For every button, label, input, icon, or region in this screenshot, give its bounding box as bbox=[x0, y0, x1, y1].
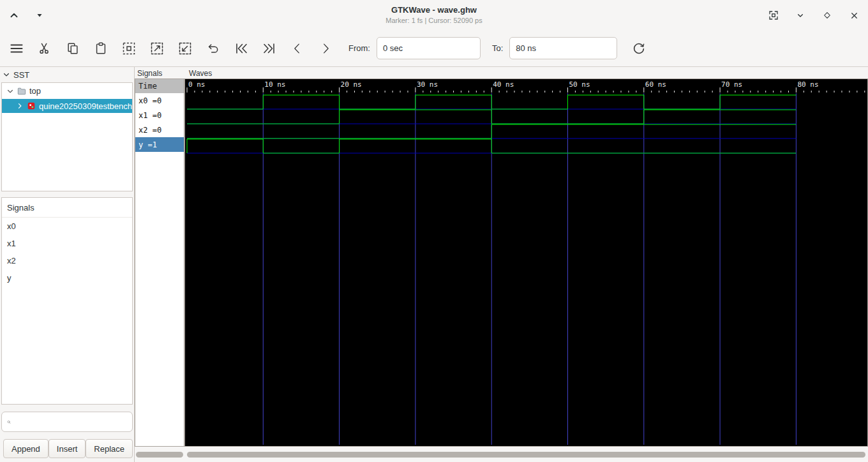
svg-text:30 ns: 30 ns bbox=[417, 80, 438, 89]
sst-header-label: SST bbox=[13, 70, 29, 80]
zoom-fit-icon bbox=[121, 41, 137, 56]
waves-scrollbar[interactable] bbox=[184, 447, 868, 462]
append-button[interactable]: Append bbox=[3, 439, 49, 458]
shift-left-button[interactable] bbox=[286, 37, 309, 60]
reload-icon bbox=[631, 41, 647, 56]
from-label: From: bbox=[348, 43, 370, 53]
cut-icon bbox=[38, 41, 52, 56]
goto-end-icon bbox=[262, 41, 277, 56]
main-area: SST top quine20250309testbench Signals x… bbox=[0, 67, 868, 462]
signals-pane-label: Signals bbox=[135, 67, 184, 78]
close-button[interactable] bbox=[846, 8, 862, 23]
signal-list-item[interactable]: x1 bbox=[2, 235, 132, 252]
to-label: To: bbox=[492, 43, 503, 53]
svg-text:0 ns: 0 ns bbox=[188, 80, 206, 89]
svg-text:80 ns: 80 ns bbox=[797, 80, 818, 89]
to-input[interactable] bbox=[509, 37, 617, 59]
trace-row-y[interactable]: y =1 bbox=[135, 137, 184, 152]
titlebar-dropdown-button[interactable] bbox=[32, 8, 47, 23]
fit-screen-icon bbox=[768, 10, 779, 21]
signal-list-item[interactable]: y bbox=[2, 269, 132, 287]
chevron-up-icon bbox=[8, 10, 20, 21]
waves-pane-label: Waves bbox=[184, 67, 868, 78]
folder-icon bbox=[17, 87, 26, 96]
search-input[interactable] bbox=[15, 417, 127, 427]
titlebar-left-controls bbox=[6, 8, 47, 23]
menu-button[interactable] bbox=[5, 37, 28, 60]
time-header: Time bbox=[135, 79, 184, 93]
triangle-down-icon bbox=[36, 11, 43, 19]
marker-cursor-status: Marker: 1 fs | Cursor: 52090 ps bbox=[385, 17, 482, 24]
tree-item-label: quine20250309testbench bbox=[39, 101, 132, 111]
sst-signals-panel: Signals x0 x1 x2 y bbox=[1, 197, 133, 405]
zoom-out-button[interactable] bbox=[174, 37, 197, 60]
copy-icon bbox=[66, 41, 80, 56]
goto-start-icon bbox=[234, 41, 249, 56]
signal-list-item[interactable]: x2 bbox=[2, 252, 132, 269]
zoom-out-icon bbox=[177, 41, 193, 56]
scrollbar-thumb[interactable] bbox=[136, 452, 183, 458]
zoom-fit-button[interactable] bbox=[117, 37, 140, 60]
waves-canvas[interactable]: 0 ns10 ns20 ns30 ns40 ns50 ns60 ns70 ns8… bbox=[184, 78, 868, 447]
shift-right-button[interactable] bbox=[314, 37, 337, 60]
sst-tree: top quine20250309testbench bbox=[1, 82, 133, 191]
minimize-button[interactable] bbox=[793, 8, 808, 23]
arrow-right-icon bbox=[318, 41, 333, 56]
search-icon bbox=[7, 417, 11, 427]
toolbar: From: To: bbox=[0, 30, 868, 67]
svg-text:50 ns: 50 ns bbox=[569, 80, 590, 89]
trace-row-x0[interactable]: x0 =0 bbox=[135, 93, 184, 108]
zoom-in-icon bbox=[149, 41, 165, 56]
sst-signals-header: Signals bbox=[2, 198, 132, 218]
svg-text:40 ns: 40 ns bbox=[493, 80, 514, 89]
maximize-icon bbox=[823, 11, 832, 20]
titlebar: GTKWave - wave.ghw Marker: 1 fs | Cursor… bbox=[0, 0, 868, 30]
from-input[interactable] bbox=[377, 37, 481, 59]
copy-button[interactable] bbox=[61, 37, 84, 60]
insert-button[interactable]: Insert bbox=[49, 439, 86, 458]
chevron-down-icon bbox=[795, 10, 805, 20]
arrow-left-icon bbox=[290, 41, 304, 56]
signals-pane: Signals Time x0 =0 x1 =0 x2 =0 y =1 bbox=[135, 67, 184, 462]
waves-pane: Waves 0 ns10 ns20 ns30 ns40 ns50 ns60 ns… bbox=[184, 67, 868, 462]
expander-right-icon[interactable] bbox=[16, 102, 24, 110]
trace-row-x2[interactable]: x2 =0 bbox=[135, 123, 184, 137]
signal-search-box[interactable] bbox=[1, 412, 133, 432]
tree-item-top[interactable]: top bbox=[2, 83, 132, 99]
signal-list-item[interactable]: x0 bbox=[2, 218, 132, 235]
sst-sidebar: SST top quine20250309testbench Signals x… bbox=[0, 67, 135, 462]
sst-buttons: Append Insert Replace bbox=[1, 439, 133, 458]
signals-name-list: Time x0 =0 x1 =0 x2 =0 y =1 bbox=[135, 78, 184, 447]
paste-button[interactable] bbox=[89, 37, 112, 60]
signals-scrollbar[interactable] bbox=[135, 447, 184, 462]
undo-icon bbox=[206, 41, 220, 56]
window-title: GTKWave - wave.ghw bbox=[385, 5, 482, 15]
reload-button[interactable] bbox=[627, 37, 650, 60]
collapse-panel-button[interactable] bbox=[6, 8, 22, 23]
svg-text:10 ns: 10 ns bbox=[264, 80, 285, 89]
titlebar-right-controls bbox=[766, 8, 862, 23]
fit-window-button[interactable] bbox=[766, 8, 781, 23]
close-icon bbox=[849, 11, 859, 20]
replace-button[interactable]: Replace bbox=[86, 439, 133, 458]
svg-text:60 ns: 60 ns bbox=[645, 80, 666, 89]
cut-button[interactable] bbox=[33, 37, 56, 60]
tree-item-testbench[interactable]: quine20250309testbench bbox=[2, 99, 132, 113]
titlebar-titles: GTKWave - wave.ghw Marker: 1 fs | Cursor… bbox=[385, 5, 482, 24]
goto-end-button[interactable] bbox=[258, 37, 281, 60]
chevron-down-icon bbox=[3, 71, 10, 78]
tree-item-label: top bbox=[29, 86, 41, 96]
zoom-in-button[interactable] bbox=[146, 37, 168, 60]
svg-text:70 ns: 70 ns bbox=[721, 80, 742, 89]
scrollbar-thumb[interactable] bbox=[187, 452, 865, 458]
trace-row-x1[interactable]: x1 =0 bbox=[135, 108, 184, 123]
svg-text:20 ns: 20 ns bbox=[341, 80, 362, 89]
expander-down-icon[interactable] bbox=[6, 87, 14, 95]
zoom-undo-button[interactable] bbox=[202, 37, 225, 60]
paste-icon bbox=[94, 41, 108, 56]
sst-header[interactable]: SST bbox=[1, 67, 133, 82]
design-unit-icon bbox=[27, 101, 36, 110]
maximize-button[interactable] bbox=[819, 8, 835, 23]
menu-icon bbox=[9, 41, 24, 56]
goto-start-button[interactable] bbox=[230, 37, 253, 60]
